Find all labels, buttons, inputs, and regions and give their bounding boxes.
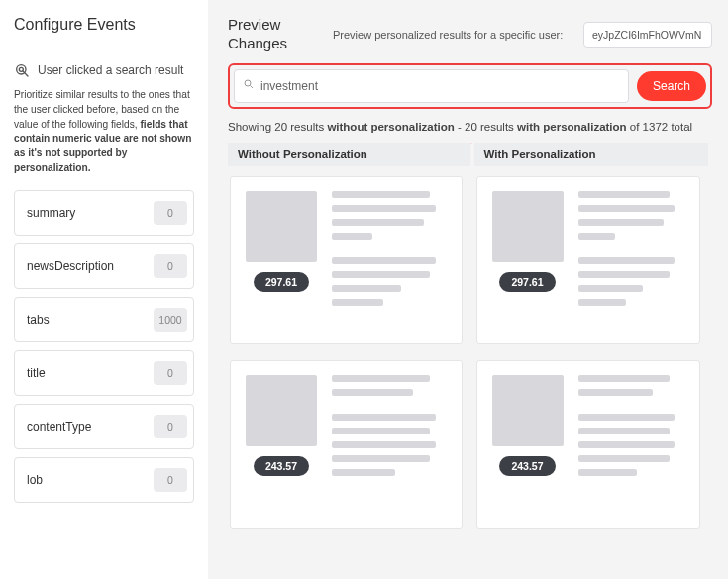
field-name: summary	[27, 206, 75, 220]
preview-panel: Preview Changes Preview personalized res…	[208, 0, 728, 579]
search-icon	[243, 78, 260, 93]
field-name: title	[27, 366, 46, 380]
column-header: Without Personalization	[228, 143, 470, 166]
event-description: Prioritize similar results to the ones t…	[14, 88, 194, 176]
click-target-icon	[14, 62, 30, 78]
results-columns: Without Personalization 297.61	[228, 143, 712, 580]
result-card[interactable]: 297.61	[230, 176, 463, 344]
field-row-summary[interactable]: summary 0	[14, 190, 194, 236]
field-weight-badge[interactable]: 1000	[154, 308, 187, 332]
column-with-personalization: With Personalization 297.61	[470, 143, 713, 580]
event-type-label: User clicked a search result	[38, 63, 183, 77]
field-name: tabs	[27, 313, 50, 327]
field-row-tabs[interactable]: tabs 1000	[14, 297, 194, 342]
result-card[interactable]: 243.57	[230, 360, 463, 529]
svg-point-1	[19, 67, 23, 71]
column-body: 297.61 243.57	[228, 166, 470, 580]
field-row-newsdescription[interactable]: newsDescription 0	[14, 243, 194, 289]
result-text-skeleton	[578, 191, 686, 330]
svg-point-2	[245, 80, 251, 86]
search-input[interactable]	[260, 79, 620, 93]
result-thumbnail	[246, 191, 317, 262]
result-thumbnail	[492, 191, 564, 262]
preview-title: Preview Changes	[228, 16, 317, 53]
event-type-row[interactable]: User clicked a search result	[14, 62, 194, 78]
results-summary: Showing 20 results without personalizati…	[228, 121, 712, 133]
user-token-input[interactable]: eyJpZCI6ImFhOWVmN	[583, 22, 712, 48]
result-score-badge: 243.57	[254, 456, 309, 476]
search-button[interactable]: Search	[637, 71, 706, 101]
result-thumbnail	[246, 375, 317, 446]
result-text-skeleton	[332, 375, 448, 514]
result-score-badge: 243.57	[499, 456, 555, 476]
field-weight-badge[interactable]: 0	[154, 254, 187, 278]
field-name: contentType	[27, 420, 91, 434]
field-row-contenttype[interactable]: contentType 0	[14, 404, 194, 449]
search-highlight-box: Search	[228, 63, 712, 109]
field-weight-badge[interactable]: 0	[154, 415, 187, 438]
field-weight-badge[interactable]: 0	[154, 201, 187, 225]
field-name: lob	[27, 473, 43, 487]
result-card[interactable]: 297.61	[476, 176, 701, 344]
divider	[0, 48, 208, 48]
result-text-skeleton	[332, 191, 448, 330]
sidebar-title: Configure Events	[14, 16, 194, 34]
field-row-title[interactable]: title 0	[14, 350, 194, 396]
result-card[interactable]: 243.57	[476, 360, 701, 529]
field-row-lob[interactable]: lob 0	[14, 457, 194, 503]
column-body: 297.61 243.57	[474, 166, 709, 580]
preview-header: Preview Changes Preview personalized res…	[228, 16, 712, 53]
search-box[interactable]	[234, 69, 629, 103]
result-score-badge: 297.61	[499, 272, 555, 292]
column-without-personalization: Without Personalization 297.61	[228, 143, 470, 580]
configure-events-sidebar: Configure Events User clicked a search r…	[0, 0, 208, 579]
preview-subtitle: Preview personalized results for a speci…	[333, 28, 568, 42]
result-score-badge: 297.61	[254, 272, 309, 292]
field-weight-badge[interactable]: 0	[154, 468, 187, 492]
field-weight-badge[interactable]: 0	[154, 361, 187, 385]
result-thumbnail	[492, 375, 564, 446]
column-header: With Personalization	[474, 143, 709, 166]
field-name: newsDescription	[27, 259, 114, 273]
result-text-skeleton	[578, 375, 686, 514]
